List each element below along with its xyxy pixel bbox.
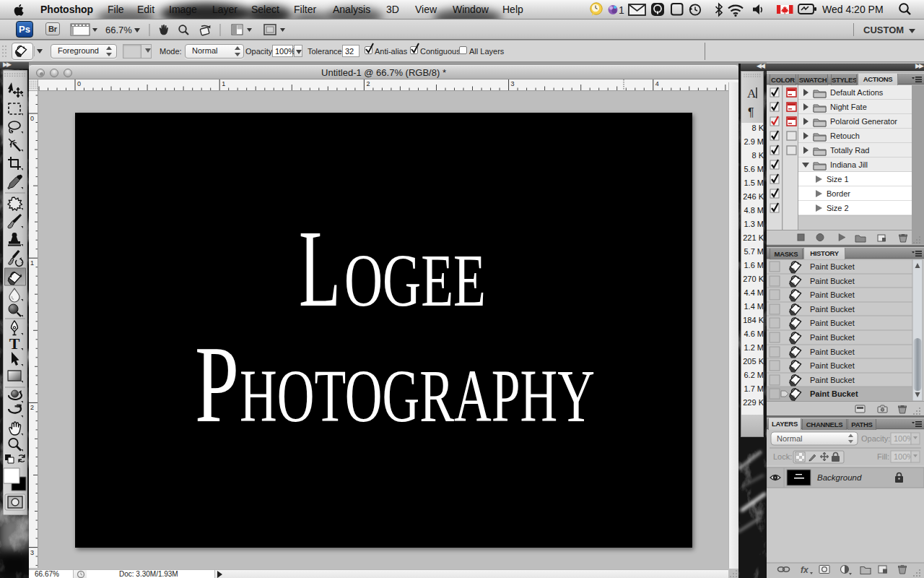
svg-text:Paint Bucket: Paint Bucket [810, 262, 855, 271]
svg-text:Indiana Jill: Indiana Jill [830, 160, 868, 169]
svg-text:Size 1: Size 1 [827, 175, 849, 184]
svg-text:2: 2 [366, 80, 370, 87]
svg-text:Lock:: Lock: [773, 452, 792, 461]
svg-text:Border: Border [827, 189, 850, 198]
svg-text:Polaroid Generator: Polaroid Generator [830, 117, 897, 126]
svg-text:Background: Background [817, 473, 862, 482]
svg-text:T: T [9, 335, 20, 353]
svg-text:3: 3 [511, 80, 515, 87]
svg-text:0: 0 [77, 80, 81, 87]
svg-text:Opacity:: Opacity: [861, 434, 890, 443]
svg-text:Paint Bucket: Paint Bucket [810, 348, 855, 356]
svg-text:4: 4 [655, 80, 659, 87]
svg-text:L: L [299, 207, 341, 329]
svg-text:Totally Rad: Totally Rad [830, 146, 869, 155]
svg-text:Default Actions: Default Actions [830, 88, 884, 97]
svg-text:Paint Bucket: Paint Bucket [810, 333, 855, 342]
svg-text:Paint Bucket: Paint Bucket [810, 389, 858, 398]
svg-text:Normal: Normal [777, 434, 802, 443]
svg-text:Paint Bucket: Paint Bucket [810, 361, 855, 370]
svg-text:fx: fx [801, 565, 809, 575]
svg-text:Size 2: Size 2 [827, 204, 849, 212]
svg-text:OGEE: OGEE [344, 239, 486, 322]
svg-text:Paint Bucket: Paint Bucket [810, 277, 855, 285]
svg-text:Fill:: Fill: [877, 452, 889, 461]
svg-text:P: P [195, 323, 239, 445]
svg-text:A: A [747, 87, 757, 100]
svg-text:1: 1 [30, 259, 34, 267]
svg-text:Paint Bucket: Paint Bucket [810, 305, 855, 314]
svg-text:¶: ¶ [748, 106, 754, 118]
svg-text:1: 1 [619, 4, 624, 16]
svg-text:2: 2 [30, 404, 34, 411]
svg-text:1: 1 [222, 80, 225, 87]
svg-text:Retouch: Retouch [830, 131, 860, 140]
svg-text:Paint Bucket: Paint Bucket [810, 319, 855, 327]
svg-text:Night Fate: Night Fate [830, 103, 867, 111]
svg-text:HOTOGRAPHY: HOTOGRAPHY [240, 355, 595, 437]
svg-text:3: 3 [30, 549, 34, 556]
svg-text:Paint Bucket: Paint Bucket [810, 290, 855, 299]
svg-text:0: 0 [30, 115, 34, 122]
svg-text:Paint Bucket: Paint Bucket [810, 376, 855, 384]
